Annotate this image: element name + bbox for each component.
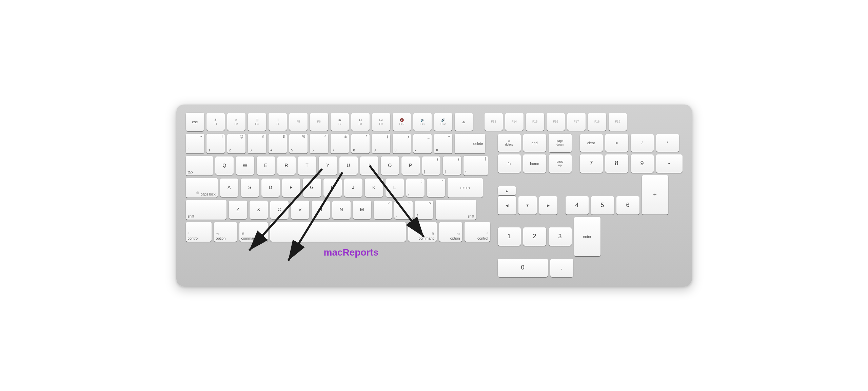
key-lcommand[interactable]: ⌘ command: [239, 222, 268, 242]
key-v[interactable]: V: [291, 201, 309, 219]
key-j[interactable]: J: [344, 179, 362, 197]
key-np-8[interactable]: 8: [605, 154, 628, 173]
key-rcontrol[interactable]: ^ control: [465, 222, 490, 242]
key-slash[interactable]: ? /: [415, 201, 433, 219]
key-3[interactable]: # 3: [248, 134, 266, 153]
key-b[interactable]: B: [312, 201, 330, 219]
key-f2[interactable]: ☀ F2: [227, 113, 245, 131]
key-np-pageup[interactable]: page down: [549, 134, 572, 152]
key-np-end[interactable]: home: [523, 154, 546, 173]
key-np-3[interactable]: 3: [549, 227, 572, 246]
key-np-plus[interactable]: +: [642, 175, 668, 215]
key-arrow-up[interactable]: ▲: [498, 186, 516, 195]
key-np-fn[interactable]: ⊗ delete: [498, 134, 521, 152]
key-comma[interactable]: < ,: [374, 201, 392, 219]
key-f5[interactable]: F5: [289, 113, 308, 131]
key-np-7[interactable]: 7: [580, 154, 603, 173]
key-np-home[interactable]: end: [523, 134, 546, 152]
key-np-pagedown[interactable]: page up: [549, 154, 572, 173]
key-f[interactable]: F: [282, 179, 300, 197]
key-0[interactable]: ) 0: [393, 134, 411, 153]
key-lshift[interactable]: shift: [186, 200, 226, 220]
key-a[interactable]: A: [220, 179, 238, 197]
key-loption[interactable]: ⌥ option: [214, 222, 237, 242]
key-np-home2[interactable]: fn: [498, 154, 521, 173]
key-f18[interactable]: F18: [588, 113, 606, 131]
key-delete[interactable]: delete: [455, 134, 485, 153]
key-t[interactable]: T: [298, 156, 316, 175]
key-y[interactable]: Y: [319, 156, 337, 175]
key-6[interactable]: ^ 6: [310, 134, 328, 153]
key-i[interactable]: I: [360, 156, 378, 175]
key-arrow-left[interactable]: ◀: [498, 196, 516, 215]
key-tilde[interactable]: ~ `: [186, 134, 204, 153]
key-z[interactable]: Z: [229, 201, 247, 219]
key-x[interactable]: X: [250, 201, 268, 219]
key-roption[interactable]: ⌥ option: [439, 222, 462, 242]
key-q[interactable]: Q: [215, 156, 234, 175]
key-np-equals[interactable]: =: [605, 134, 628, 152]
key-tab[interactable]: tab: [186, 156, 213, 175]
key-minus[interactable]: _ -: [413, 134, 432, 153]
key-return[interactable]: return: [448, 178, 483, 198]
key-space[interactable]: [270, 222, 406, 242]
key-np-2[interactable]: 2: [523, 227, 546, 246]
key-k[interactable]: K: [365, 179, 383, 197]
key-np-minus[interactable]: -: [656, 154, 683, 173]
key-e[interactable]: E: [257, 156, 275, 175]
key-np-divide[interactable]: /: [631, 134, 654, 152]
key-f11[interactable]: 🔉 F11: [413, 113, 432, 131]
key-f16[interactable]: F16: [547, 113, 565, 131]
key-np-9[interactable]: 9: [631, 154, 654, 173]
key-clear[interactable]: clear: [580, 134, 603, 152]
key-lcontrol[interactable]: ^ control: [186, 222, 212, 242]
key-f17[interactable]: F17: [567, 113, 586, 131]
key-f19[interactable]: F19: [609, 113, 627, 131]
key-period[interactable]: > .: [394, 201, 413, 219]
key-quote[interactable]: " ': [427, 179, 445, 197]
key-p[interactable]: P: [401, 156, 420, 175]
key-arrow-right[interactable]: ▶: [539, 196, 557, 215]
key-f9[interactable]: ⏭ F9: [372, 113, 390, 131]
key-rcommand[interactable]: ⌘ command: [408, 222, 437, 242]
key-capslock[interactable]: caps lock: [186, 178, 218, 198]
key-w[interactable]: W: [236, 156, 254, 175]
key-np-4[interactable]: 4: [566, 196, 589, 215]
key-f10[interactable]: 🔇 F10: [393, 113, 411, 131]
key-2[interactable]: @ 2: [227, 134, 245, 153]
key-arrow-down[interactable]: ▼: [518, 196, 537, 215]
key-s[interactable]: S: [241, 179, 259, 197]
key-g[interactable]: G: [303, 179, 321, 197]
key-f6[interactable]: F6: [310, 113, 328, 131]
key-9[interactable]: ( 9: [372, 134, 390, 153]
key-f15[interactable]: F15: [526, 113, 544, 131]
key-esc[interactable]: esc: [186, 113, 204, 131]
key-f1[interactable]: ☀ F1: [206, 113, 225, 131]
key-o[interactable]: O: [381, 156, 399, 175]
key-lbracket[interactable]: { [: [422, 156, 440, 175]
key-l[interactable]: L: [386, 179, 404, 197]
key-d[interactable]: D: [261, 179, 280, 197]
key-4[interactable]: $ 4: [269, 134, 287, 153]
key-1[interactable]: ! 1: [206, 134, 225, 153]
key-r[interactable]: R: [277, 156, 296, 175]
key-equals[interactable]: + =: [434, 134, 452, 153]
key-m[interactable]: M: [353, 201, 371, 219]
key-np-multiply[interactable]: *: [656, 134, 679, 152]
key-np-dot[interactable]: .: [550, 259, 573, 277]
key-n[interactable]: N: [332, 201, 351, 219]
key-f12[interactable]: 🔊 F12: [434, 113, 452, 131]
key-h[interactable]: H: [323, 179, 342, 197]
key-np-enter[interactable]: enter: [574, 217, 600, 256]
key-7[interactable]: & 7: [331, 134, 349, 153]
key-f7[interactable]: ⏮ F7: [331, 113, 349, 131]
key-rbracket[interactable]: } ]: [443, 156, 461, 175]
key-f8[interactable]: ⏯ F8: [351, 113, 370, 131]
key-eject[interactable]: ⏏: [455, 113, 473, 131]
key-np-1[interactable]: 1: [498, 227, 521, 246]
key-np-6[interactable]: 6: [616, 196, 639, 215]
key-5[interactable]: % 5: [289, 134, 308, 153]
key-f14[interactable]: F14: [505, 113, 524, 131]
key-f13[interactable]: F13: [485, 113, 503, 131]
key-f3[interactable]: ⊞ F3: [248, 113, 266, 131]
